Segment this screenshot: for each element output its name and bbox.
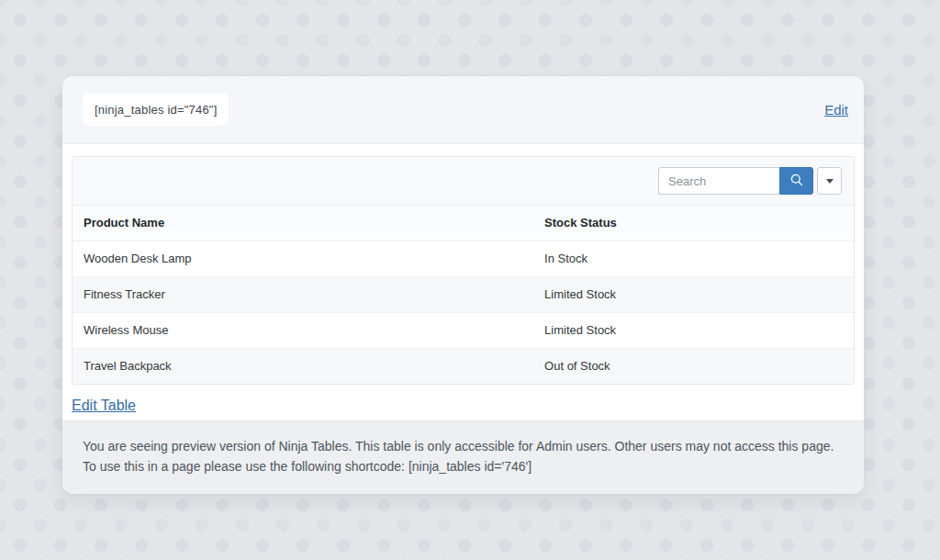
product-name-cell: Travel Backpack — [73, 349, 533, 385]
stock-status-cell: Limited Stock — [533, 277, 854, 313]
shortcode-box: [ninja_tables id="746"] — [83, 94, 229, 126]
table-row: Travel Backpack Out of Stock — [73, 349, 854, 385]
product-name-cell: Fitness Tracker — [73, 277, 533, 313]
caret-down-icon — [826, 179, 834, 184]
table-container: Product Name Stock Status Wooden Desk La… — [72, 156, 855, 385]
stock-status-cell: Out of Stock — [533, 349, 854, 385]
product-name-cell: Wooden Desk Lamp — [73, 241, 533, 277]
preview-notice: You are seeing preview version of Ninja … — [62, 420, 864, 494]
search-button[interactable] — [779, 167, 813, 195]
table-row: Wireless Mouse Limited Stock — [73, 313, 854, 349]
page-background: [ninja_tables id="746"] Edit — [0, 0, 940, 560]
column-header-stock-status: Stock Status — [533, 206, 854, 241]
products-table: Product Name Stock Status Wooden Desk La… — [73, 206, 854, 384]
shortcode-bar: [ninja_tables id="746"] Edit — [62, 76, 864, 144]
table-row: Wooden Desk Lamp In Stock — [73, 241, 854, 277]
table-row: Fitness Tracker Limited Stock — [73, 277, 854, 313]
search-options-button[interactable] — [817, 167, 842, 195]
search-input[interactable] — [658, 167, 779, 195]
table-toolbar — [73, 157, 854, 206]
column-header-product-name: Product Name — [73, 206, 533, 241]
table-header-row: Product Name Stock Status — [73, 206, 854, 241]
preview-notice-text: You are seeing preview version of Ninja … — [83, 437, 844, 476]
stock-status-cell: In Stock — [533, 241, 854, 277]
edit-table-link[interactable]: Edit Table — [72, 398, 136, 414]
card-body: Product Name Stock Status Wooden Desk La… — [62, 144, 864, 420]
search-input-group — [658, 167, 842, 195]
stock-status-cell: Limited Stock — [533, 313, 854, 349]
search-icon — [789, 173, 804, 190]
ninja-tables-preview-card: [ninja_tables id="746"] Edit — [62, 76, 864, 494]
product-name-cell: Wireless Mouse — [73, 313, 533, 349]
edit-link[interactable]: Edit — [824, 102, 848, 118]
